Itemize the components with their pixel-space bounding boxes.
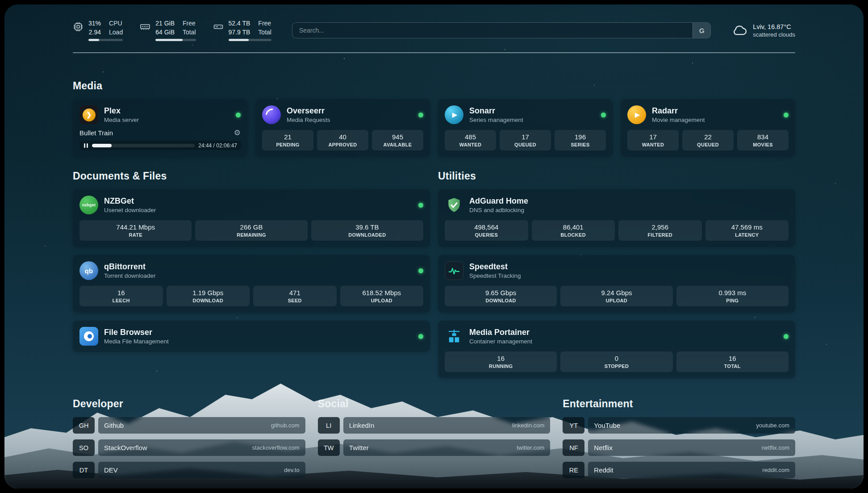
service-card-sonarr[interactable]: ▶ Sonarr Series management 485 WANTED xyxy=(438,99,613,157)
bookmark-youtube[interactable]: YT YouTube youtube.com xyxy=(563,417,795,434)
service-name: Radarr xyxy=(652,106,705,116)
service-card-plex[interactable]: ❯ Plex Media server Bullet Train ⚙ xyxy=(73,99,247,157)
search-bar: G xyxy=(292,22,711,38)
bookmark-domain: netflix.com xyxy=(762,444,789,451)
bookmark-abbr: SO xyxy=(73,439,95,456)
service-name: File Browser xyxy=(104,328,169,337)
service-card-radarr[interactable]: ▶ Radarr Movie management 17 WANTED xyxy=(621,99,795,157)
bookmark-abbr: RE xyxy=(563,462,584,478)
bookmark-reddit[interactable]: RE Reddit reddit.com xyxy=(563,462,795,478)
cpu-label: CPU xyxy=(109,20,123,28)
bookmark-name: Netflix xyxy=(594,444,613,451)
stat-ping: 0.993 ms PING xyxy=(676,286,789,306)
nzbget-icon: nzbget xyxy=(79,196,98,214)
disk-free: 52.4 TB xyxy=(229,20,250,28)
service-card-filebrowser[interactable]: File Browser Media File Management xyxy=(73,321,430,352)
bookmark-netflix[interactable]: NF Netflix netflix.com xyxy=(563,439,795,456)
weather-condition: scattered clouds xyxy=(753,31,795,38)
service-name: Overseerr xyxy=(287,106,330,116)
section-title-media: Media xyxy=(73,80,795,92)
service-name: Sonarr xyxy=(469,106,523,116)
memory-widget: 21 GiB Free 64 GiB Total xyxy=(140,20,196,41)
cpu-percent: 31% xyxy=(88,20,101,28)
service-name: Media Portainer xyxy=(469,328,532,337)
status-dot xyxy=(236,113,241,117)
stat-approved: 40 APPROVED xyxy=(317,130,368,150)
bookmark-domain: reddit.com xyxy=(762,467,789,473)
search-provider-button[interactable]: G xyxy=(693,23,710,38)
stat-download: 9.65 Gbps DOWNLOAD xyxy=(445,286,557,306)
service-card-qbittorrent[interactable]: qb qBittorrent Torrent downloader 16 LEE… xyxy=(73,255,430,313)
stat-upload: 618.52 Mbps UPLOAD xyxy=(340,286,424,306)
bookmark-github[interactable]: GH Github github.com xyxy=(73,417,305,434)
bookmark-group-social: Social LI LinkedIn linkedin.com TW Twitt… xyxy=(318,398,551,484)
bookmark-abbr: GH xyxy=(73,417,95,434)
bookmark-dev[interactable]: DT DEV dev.to xyxy=(73,462,305,478)
stat-downloaded: 39.6 TB DOWNLOADED xyxy=(311,220,423,241)
bookmark-name: Twitter xyxy=(349,444,369,451)
bookmark-abbr: YT xyxy=(563,417,584,434)
service-name: Speedtest xyxy=(469,262,521,272)
weather-widget: Lviv, 16.87°C scattered clouds xyxy=(731,22,795,38)
stat-pending: 21 PENDING xyxy=(262,130,313,150)
bookmark-abbr: NF xyxy=(563,439,584,456)
stat-wanted: 17 WANTED xyxy=(627,130,679,150)
service-subtitle: Container management xyxy=(469,338,532,345)
memory-total: 64 GiB xyxy=(155,29,175,37)
adguard-shield-icon xyxy=(445,196,463,214)
stat-remaining: 266 GB REMAINING xyxy=(195,220,307,241)
service-stats: 485 WANTED 17 QUEUED 196 SERIES xyxy=(445,130,606,150)
service-header: File Browser Media File Management xyxy=(79,327,423,346)
cloud-icon xyxy=(731,22,747,38)
service-card-portainer[interactable]: Media Portainer Container management 16 … xyxy=(438,321,795,378)
gear-icon[interactable]: ⚙ xyxy=(234,129,241,137)
stat-latency: 47.569 ms LATENCY xyxy=(705,220,789,241)
bookmark-stackoverflow[interactable]: SO StackOverflow stackoverflow.com xyxy=(73,439,305,456)
bookmark-linkedin[interactable]: LI LinkedIn linkedin.com xyxy=(318,417,551,434)
plex-playback-bar: 24:44 / 02:06:47 xyxy=(79,141,241,150)
service-card-overseerr[interactable]: Overseerr Media Requests 21 PENDING 40 A… xyxy=(255,99,430,157)
search-input[interactable] xyxy=(292,27,693,34)
section-title-utilities: Utilities xyxy=(438,170,795,182)
memory-progress-bar xyxy=(155,39,196,41)
section-media: Media ❯ Plex Media server Bulle xyxy=(73,80,795,157)
service-name: qBittorrent xyxy=(104,262,156,272)
speedtest-icon xyxy=(445,261,463,280)
weather-location: Lviv, 16.87°C xyxy=(753,23,795,30)
section-documents-files: Documents & Files nzbget NZBGet Usenet d… xyxy=(73,170,430,352)
memory-total-label: Total xyxy=(183,29,196,37)
service-header: Overseerr Media Requests xyxy=(262,105,423,124)
service-stats: 16 RUNNING 0 STOPPED 16 TOTAL xyxy=(445,351,789,372)
service-card-speedtest[interactable]: Speedtest Speedtest Tracking 9.65 Gbps D… xyxy=(438,255,795,313)
bookmark-name: YouTube xyxy=(594,422,620,429)
stat-queued: 17 QUEUED xyxy=(500,130,551,150)
service-stats: 9.65 Gbps DOWNLOAD 9.24 Gbps UPLOAD 0.99… xyxy=(445,286,789,306)
bookmark-domain: linkedin.com xyxy=(512,422,544,429)
service-subtitle: Movie management xyxy=(652,117,705,123)
service-header: Speedtest Speedtest Tracking xyxy=(445,261,789,280)
stat-movies: 834 MOVIES xyxy=(737,130,789,150)
stat-queued: 22 QUEUED xyxy=(682,130,734,150)
bookmark-domain: youtube.com xyxy=(756,422,789,429)
cpu-widget: 31% CPU 2.94 Load xyxy=(73,20,123,41)
plex-icon: ❯ xyxy=(79,105,98,124)
bookmark-name: DEV xyxy=(104,466,118,474)
service-subtitle: Media File Management xyxy=(104,338,169,345)
stat-total: 16 TOTAL xyxy=(676,351,789,372)
stat-available: 945 AVAILABLE xyxy=(372,130,423,150)
section-utilities: Utilities AdGuard Home xyxy=(438,170,795,378)
stat-seed: 471 SEED xyxy=(253,286,337,306)
bookmark-twitter[interactable]: TW Twitter twitter.com xyxy=(318,439,551,456)
service-card-adguard[interactable]: AdGuard Home DNS and adblocking 498,564 … xyxy=(438,189,795,247)
portainer-icon xyxy=(445,327,463,346)
bookmark-name: StackOverflow xyxy=(104,444,147,451)
service-header: nzbget NZBGet Usenet downloader xyxy=(79,196,423,214)
service-card-nzbget[interactable]: nzbget NZBGet Usenet downloader 744.21 M… xyxy=(73,189,430,247)
bookmark-abbr: LI xyxy=(318,417,340,434)
stat-series: 196 SERIES xyxy=(555,130,606,150)
service-subtitle: DNS and adblocking xyxy=(469,207,528,213)
bookmark-name: Github xyxy=(104,422,124,429)
bookmark-domain: github.com xyxy=(271,422,300,429)
stat-queries: 498,564 QUERIES xyxy=(445,220,528,241)
service-header: AdGuard Home DNS and adblocking xyxy=(445,196,789,214)
